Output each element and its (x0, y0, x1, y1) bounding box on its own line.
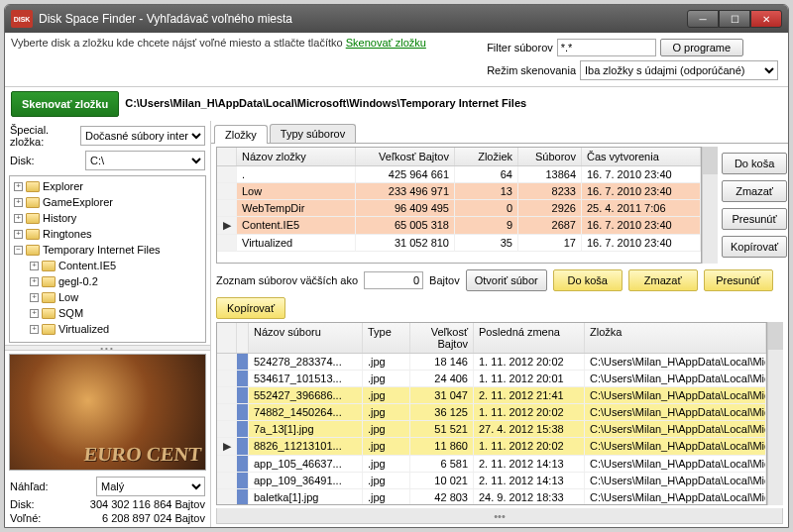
tree-item[interactable]: −Temporary Internet Files (14, 242, 205, 258)
table-row[interactable]: 552427_396686....jpg31 0472. 11. 2012 21… (217, 387, 766, 404)
table-row[interactable]: Virtualized31 052 810351716. 7. 2010 23:… (217, 235, 701, 252)
tree-item[interactable]: +GameExplorer (14, 194, 205, 210)
table-row[interactable]: app_109_36491....jpg10 0212. 11. 2012 14… (217, 473, 766, 489)
delete-button[interactable]: Zmazať (722, 180, 787, 202)
table-row[interactable]: WebTempDir96 409 4950292625. 4. 2011 7:0… (217, 200, 701, 217)
col-file-folder[interactable]: Zložka (585, 323, 766, 353)
current-path: C:\Users\Milan_H\AppData\Local\Microsoft… (125, 97, 782, 110)
table-row[interactable]: .425 964 661641386416. 7. 2010 23:40 (217, 166, 701, 183)
tab-folders[interactable]: Zložky (214, 125, 268, 144)
file-trash-button[interactable]: Do koša (553, 269, 623, 291)
file-delete-button[interactable]: Zmazať (628, 269, 698, 291)
app-icon: DISK (11, 10, 33, 28)
tree-item[interactable]: +Low (30, 289, 205, 305)
table-row[interactable]: 534617_101513....jpg24 4061. 11. 2012 20… (217, 371, 766, 387)
splitter[interactable]: ••• (5, 345, 210, 351)
col-folder-subcount[interactable]: Zložiek (455, 148, 518, 165)
instruction-text: Vyberte disk a zložku kde chcete nájsť v… (11, 37, 475, 49)
filter-label: Filter súborov (487, 42, 553, 53)
scan-link[interactable]: Skenovať zložku (346, 37, 426, 49)
folder-icon (26, 229, 40, 240)
close-button[interactable]: ✕ (750, 10, 782, 28)
folders-grid[interactable]: Názov zložky Veľkosť Bajtov Zložiek Súbo… (216, 147, 702, 264)
table-row[interactable]: baletka[1].jpg.jpg42 80324. 9. 2012 18:3… (217, 489, 766, 505)
preview-size-select[interactable]: Malý (96, 477, 205, 496)
folder-icon (26, 181, 40, 192)
folder-icon (26, 213, 40, 224)
tree-item[interactable]: +gegl-0.2 (30, 273, 205, 289)
files-larger-label: Zoznam súborov väčších ako (216, 274, 358, 286)
special-label: Špecial. zložka: (10, 124, 76, 148)
file-copy-button[interactable]: Kopírovať (216, 297, 285, 319)
minimize-button[interactable]: ─ (687, 10, 719, 28)
filter-input[interactable] (557, 39, 656, 56)
window-title: Disk Space Finder - Vyhľadávač voľného m… (39, 12, 687, 26)
table-row[interactable]: 74882_1450264....jpg36 1251. 11. 2012 20… (217, 404, 766, 421)
maximize-button[interactable]: ☐ (719, 10, 750, 28)
table-row[interactable]: 7a_13[1].jpg.jpg51 52127. 4. 2012 15:38C… (217, 421, 766, 438)
disk-size-label: Disk: (10, 498, 34, 510)
size-threshold-input[interactable] (364, 271, 423, 289)
file-move-button[interactable]: Presunúť (704, 269, 773, 291)
col-file-name[interactable]: Názov súboru (249, 323, 363, 353)
trash-button[interactable]: Do koša (722, 153, 787, 174)
tree-item[interactable]: +SQM (30, 305, 205, 321)
files-hscrollbar[interactable]: ••• (216, 508, 783, 524)
tab-types[interactable]: Typy súborov (270, 124, 356, 143)
table-row[interactable]: Low233 496 97113823316. 7. 2010 23:40 (217, 183, 701, 200)
mode-label: Režim skenovania (487, 64, 576, 76)
table-row[interactable]: ▶8826_11213101....jpg11 8601. 11. 2012 2… (217, 438, 766, 456)
free-value: 6 208 897 024 Bajtov (102, 512, 205, 524)
bytes-label: Bajtov (429, 274, 460, 286)
folder-tree[interactable]: +Explorer+GameExplorer+History+Ringtones… (9, 175, 206, 343)
table-row[interactable]: app_105_46637....jpg6 5812. 11. 2012 14:… (217, 456, 766, 473)
folder-icon (42, 324, 56, 335)
titlebar[interactable]: DISK Disk Space Finder - Vyhľadávač voľn… (5, 5, 788, 33)
move-button[interactable]: Presunúť (722, 208, 787, 230)
preview-image: EURO CENT (9, 354, 206, 471)
disk-size-value: 304 302 116 864 Bajtov (90, 498, 205, 510)
col-folder-created[interactable]: Čas vytvorenia (582, 148, 701, 165)
col-file-size[interactable]: Veľkosť Bajtov (410, 323, 474, 353)
app-window: DISK Disk Space Finder - Vyhľadávač voľn… (4, 4, 789, 528)
table-row[interactable]: ▶Content.IE565 005 3189268716. 7. 2010 2… (217, 217, 701, 235)
preview-size-label: Náhľad: (10, 480, 49, 492)
folder-icon (42, 292, 56, 303)
tree-item[interactable]: +Virtualized (30, 321, 205, 337)
tree-item[interactable]: +History (14, 210, 205, 226)
files-grid[interactable]: Názov súboru Type Veľkosť Bajtov Posledn… (216, 322, 767, 505)
folder-icon (42, 276, 56, 287)
table-row[interactable]: 524278_283374....jpg18 1461. 11. 2012 20… (217, 354, 766, 371)
col-file-type[interactable]: Type (363, 323, 410, 353)
copy-button[interactable]: Kopírovať (722, 236, 787, 258)
folders-scrollbar[interactable] (702, 147, 718, 264)
disk-label: Disk: (10, 155, 81, 166)
free-label: Voľné: (10, 512, 41, 524)
special-select[interactable]: Dočasné súbory inter (80, 126, 205, 146)
folder-icon (42, 261, 56, 271)
mode-select[interactable]: Iba zložky s údajmi (odporúčané) (580, 60, 778, 80)
col-folder-filecount[interactable]: Súborov (518, 148, 582, 165)
col-file-modified[interactable]: Posledná zmena (474, 323, 585, 353)
about-button[interactable]: O programe (660, 39, 743, 56)
col-folder-size[interactable]: Veľkosť Bajtov (356, 148, 455, 165)
folder-icon (42, 308, 56, 319)
col-folder-name[interactable]: Názov zložky (237, 148, 356, 165)
folder-icon (26, 245, 40, 256)
tree-item[interactable]: +Content.IE5 (30, 258, 205, 273)
tree-item[interactable]: +Ringtones (14, 226, 205, 242)
files-scrollbar[interactable] (767, 322, 783, 505)
open-file-button[interactable]: Otvoriť súbor (466, 269, 547, 291)
tree-item[interactable]: +Explorer (14, 178, 205, 194)
disk-select[interactable]: C:\ (85, 151, 205, 170)
folder-icon (26, 197, 40, 208)
scan-button[interactable]: Skenovať zložku (11, 91, 119, 117)
